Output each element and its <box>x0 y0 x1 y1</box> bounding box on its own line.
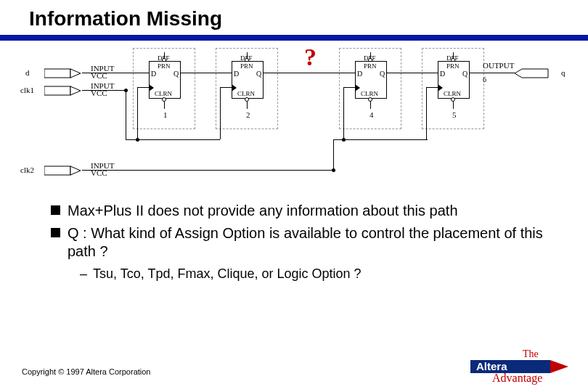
wire-clk2-a <box>82 170 333 171</box>
dff-1: DFF PRN D Q CLRN 1 <box>142 52 188 107</box>
dff-4-clrn: CLRN <box>361 90 378 97</box>
bullet-list: Max+Plus II does not provide any informa… <box>51 202 552 282</box>
dff-1-d: D <box>151 70 156 78</box>
copyright-text: Copyright © 1997 Altera Corporation <box>22 367 150 376</box>
svg-marker-6 <box>515 69 548 78</box>
dff-2-prn: PRN <box>240 62 253 70</box>
wire-clk2-to5v <box>426 87 427 139</box>
dff-5-clrn: CLRN <box>444 90 461 97</box>
output-q-label: q <box>561 68 565 77</box>
input-clk1-label: clk1 <box>20 86 34 94</box>
wire-clk2-to5h <box>426 87 438 88</box>
dff-4-id: 4 <box>369 110 374 119</box>
svg-rect-4 <box>44 166 70 175</box>
input-clk2-label: clk2 <box>20 166 34 174</box>
dff-5-prn: PRN <box>446 62 460 70</box>
dff-4-prn: PRN <box>364 62 377 70</box>
question-mark: ? <box>304 44 317 71</box>
svg-marker-5 <box>70 166 81 175</box>
input-port-clk1 <box>44 84 86 97</box>
dff-2-id: 2 <box>246 110 250 119</box>
bullet-square-icon <box>51 228 60 237</box>
dff-2-d: D <box>234 70 239 78</box>
dff-4-q: Q <box>380 70 385 78</box>
wire-clk1-to1v <box>137 87 138 139</box>
logo-top: The <box>523 348 539 359</box>
svg-marker-3 <box>70 86 81 95</box>
input-d-label: d <box>25 68 30 77</box>
title-underline-bar <box>0 35 588 41</box>
wire-clk1-to2h <box>220 87 232 88</box>
logo-mid: Altera <box>476 360 507 372</box>
wire-clk2-up <box>333 139 334 171</box>
svg-rect-0 <box>44 69 70 78</box>
wire-clk2-to4v <box>343 87 344 139</box>
node-clk1-a <box>124 89 128 92</box>
wire-d <box>82 73 149 73</box>
output-net-label: 6 <box>483 75 486 83</box>
dff-4: DFF PRN D Q CLRN 4 <box>348 52 394 107</box>
svg-rect-2 <box>44 86 70 95</box>
wire-clk1-bus <box>126 139 220 140</box>
node-clk1-b <box>136 138 139 142</box>
bullet-1-text: Max+Plus II does not provide any informa… <box>68 202 458 220</box>
node-clk2-b <box>342 138 346 142</box>
bullet-2-text: Q : What kind of Assign Option is availa… <box>68 224 552 261</box>
wire-clk2-to4h <box>343 87 355 88</box>
dff-5: DFF PRN D Q CLRN 5 <box>430 52 477 107</box>
sub-bullet-1-text: Tsu, Tco, Tpd, Fmax, Clique, or Logic Op… <box>93 266 362 282</box>
dff-1-id: 1 <box>163 110 168 119</box>
dff-2-q: Q <box>256 70 261 78</box>
dff-1-clrn: CLRN <box>155 90 172 97</box>
bullet-1: Max+Plus II does not provide any informa… <box>51 202 552 220</box>
dff-4-d: D <box>357 70 362 78</box>
node-clk2-a <box>332 168 335 172</box>
output-port-q <box>515 67 557 80</box>
wire-q4-d5 <box>387 73 438 73</box>
wire-q1-d2 <box>181 73 232 73</box>
wire-clk1-a <box>82 90 126 91</box>
wire-clk1-drop <box>126 90 126 139</box>
dff-1-q: Q <box>173 70 179 78</box>
dff-1-prn: PRN <box>158 62 171 70</box>
sub-bullet-1: – Tsu, Tco, Tpd, Fmax, Clique, or Logic … <box>80 266 552 282</box>
wire-clk1-to1h <box>137 87 149 88</box>
wire-clk1-to2v <box>220 87 221 139</box>
dff-2: DFF PRN D Q CLRN 2 <box>224 52 271 107</box>
dff-2-clrn: CLRN <box>237 90 255 97</box>
altera-logo: The Altera Advantage <box>470 348 572 385</box>
dash-icon: – <box>80 266 87 282</box>
dff-5-id: 5 <box>452 110 457 119</box>
bullet-2: Q : What kind of Assign Option is availa… <box>51 224 552 261</box>
dff-5-q: Q <box>462 70 467 78</box>
input-port-clk2 <box>44 164 86 177</box>
bullet-square-icon <box>51 205 60 215</box>
slide-title: Information Missing <box>0 0 588 35</box>
input-port-d <box>44 67 86 80</box>
dff-5-d: D <box>440 70 445 78</box>
wire-q5-out <box>470 73 515 73</box>
wire-clk2-bus <box>333 139 428 140</box>
svg-marker-1 <box>70 69 81 78</box>
logo-bot: Advantage <box>492 372 542 385</box>
wire-q2-d4 <box>264 73 355 73</box>
schematic-diagram: d clk1 clk2 INPUT VCC INPUT VCC INPUT VC… <box>18 45 570 190</box>
output-type-label: OUTPUT <box>483 61 514 70</box>
